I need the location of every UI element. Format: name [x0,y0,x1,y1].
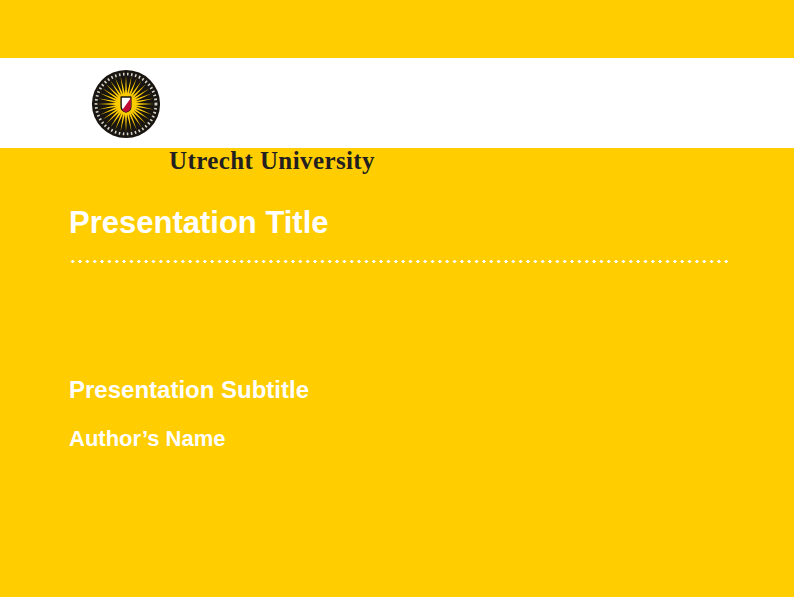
title-slide: Utrecht University Presentation Title Pr… [0,0,794,597]
dotted-divider-rule [69,258,730,265]
presentation-subtitle: Presentation Subtitle [69,376,309,404]
university-wordmark: Utrecht University [169,146,375,176]
seal-shield [121,97,131,112]
presentation-title: Presentation Title [69,205,329,241]
utrecht-university-seal-icon [91,69,161,139]
logo-band: Utrecht University [0,58,794,148]
author-name: Author’s Name [69,426,225,451]
